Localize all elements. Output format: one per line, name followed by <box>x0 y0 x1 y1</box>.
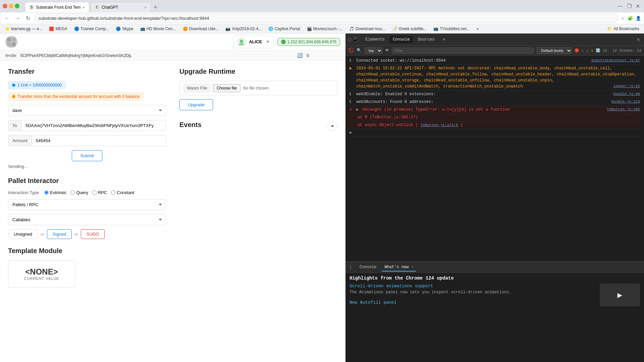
console-filter-input[interactable] <box>392 48 534 54</box>
devtools-cursor-icon[interactable]: ⬚ <box>348 37 351 42</box>
to-input[interactable] <box>21 120 166 131</box>
alice-badge: ALICE ✕ <box>233 36 273 48</box>
whats-new-close-button[interactable]: × <box>411 265 414 269</box>
log-at-m-text: at M (TxButton.js:105:27) <box>358 115 418 120</box>
log-expand-triangle[interactable]: ▶ <box>350 65 355 71</box>
bookmark-greek[interactable]: 📝 Greek subtitle... <box>390 26 429 32</box>
upgrade-title: Upgrade Runtime <box>179 68 337 75</box>
profile-icon[interactable]: 👤 <box>636 16 641 21</box>
tab-chatgpt-close-icon[interactable]: × <box>144 5 146 9</box>
submit-button[interactable]: Submit <box>72 150 102 161</box>
choose-file-button[interactable]: Choose file <box>213 84 240 92</box>
bookmark-mega[interactable]: 🟥 MEGA <box>47 26 69 32</box>
log-warning-api: ▶ 2024-05-01 16:02:22 API/INIT: RPC meth… <box>348 65 641 90</box>
alice-avatar <box>237 37 246 47</box>
close-window-button[interactable] <box>3 4 7 8</box>
context-selector[interactable]: top <box>364 47 382 54</box>
bookmark-music[interactable]: 🎵 Download mus... <box>347 26 387 32</box>
upgrade-button[interactable]: Upgrade <box>179 99 213 110</box>
callables-select[interactable]: Callables <box>8 214 166 225</box>
log-txbutton-105-link[interactable]: TxButton.js:105 <box>607 107 640 112</box>
eye-icon[interactable]: 👁 <box>385 48 389 53</box>
devtools-tab-elements[interactable]: Elements <box>362 36 388 43</box>
bookmark-hdmovie[interactable]: 📺 HD Movie Cen... <box>138 26 178 32</box>
signed-button[interactable]: Signed <box>47 229 72 239</box>
forward-button[interactable]: → <box>14 14 22 22</box>
unsigned-button[interactable]: Unsigned <box>8 229 38 239</box>
back-button[interactable]: ← <box>3 14 11 22</box>
log-error-at-m: at M (TxButton.js:105:27) <box>348 114 641 121</box>
refresh-button[interactable]: ↻ <box>24 14 32 22</box>
amount-input[interactable] <box>32 135 166 146</box>
transfer-title: Transfer <box>8 68 166 75</box>
devtools-phone-icon[interactable]: 📱 <box>352 37 358 42</box>
log-info-icon-3: ℹ <box>350 99 355 105</box>
log-expand-arrow[interactable]: ▶ <box>350 130 352 136</box>
log-web3enable-content: web3Enable: Enabled 0 extensions: bundle… <box>356 91 640 97</box>
amount-label: Amount <box>8 135 32 146</box>
scroll-animations-link[interactable]: Scroll-driven animations support <box>350 284 433 289</box>
bookmark-trainee[interactable]: 🔵 Trainee Comp... <box>72 26 111 32</box>
query-label: Query <box>76 190 88 195</box>
bookmark-more[interactable]: » <box>475 26 481 32</box>
devtools-tab-more[interactable]: » <box>439 36 448 43</box>
radio-rpc[interactable]: RPC <box>92 190 107 195</box>
bookmark-captive[interactable]: 🌐 Captive Portal <box>266 26 302 32</box>
close-btn[interactable]: ✕ <box>634 2 641 10</box>
radio-query[interactable]: Query <box>70 190 88 195</box>
events-header: Events <box>179 121 337 134</box>
filter-icon[interactable]: 🔍 <box>357 48 362 53</box>
bottom-options-icon[interactable]: ⋮ <box>348 264 353 270</box>
extensions-icon[interactable]: 🧩 <box>628 16 633 21</box>
devtools-bottom-tabs: ⋮ Console What's new × <box>345 262 644 273</box>
bookmark-all[interactable]: 📁 All Bookmarks <box>605 26 641 32</box>
log-logger-link[interactable]: logger.js:62 <box>613 83 640 89</box>
from-select[interactable]: dave <box>8 105 166 116</box>
tab-close-icon[interactable]: × <box>83 5 85 9</box>
sudo-button[interactable]: SUDO <box>81 229 105 239</box>
pallet-interactor-section: Pallet Interactor Interaction Type Extri… <box>8 177 166 239</box>
radio-constant[interactable]: Constant <box>111 190 134 195</box>
maximize-window-button[interactable] <box>15 4 19 8</box>
log-triangle: ▶ <box>348 129 641 137</box>
log-substrate-context-link[interactable]: SubstrateContext.js:67 <box>591 58 640 63</box>
bookmark-xnip[interactable]: 📷 Xnip2018-02-4... <box>223 26 264 32</box>
alice-close-button[interactable]: ✕ <box>266 39 270 44</box>
new-tab-button[interactable]: + <box>151 3 160 12</box>
tab-chatgpt[interactable]: C ChatGPT × <box>91 2 151 12</box>
ferdie-copy-icon[interactable]: 🔄 <box>297 53 303 58</box>
log-levels-select[interactable]: Default levels <box>537 47 572 54</box>
pallets-select[interactable]: Pallets / RPC <box>8 199 166 210</box>
minimize-btn[interactable]: — <box>616 2 624 10</box>
devtools-tab-sources[interactable]: Sources <box>414 36 438 43</box>
ferdie-value: 0 <box>307 53 340 58</box>
bookmark-learnew[interactable]: ⭐ learnew.gg — e... <box>3 26 44 32</box>
autofill-panel-link[interactable]: New Autofill panel <box>350 300 396 305</box>
log-bundle-88-link[interactable]: bundle.js:88 <box>613 91 640 97</box>
scroll-top-button[interactable] <box>327 121 337 131</box>
minimize-window-button[interactable] <box>9 4 13 8</box>
log-warning-timestamp: 2024-05-01 16:02:22 <box>356 66 405 71</box>
svg-point-4 <box>240 40 243 43</box>
bookmark-skype[interactable]: 🔵 Skype <box>114 26 135 32</box>
devtools-close-button[interactable]: ✕ <box>635 36 641 43</box>
tab-chatgpt-label: ChatGPT <box>102 5 118 10</box>
warning-text: Transfer more than the existential amoun… <box>17 94 140 99</box>
devtools-tab-console[interactable]: Console <box>389 36 413 43</box>
log-error-expand[interactable]: ▶ <box>356 107 359 112</box>
from-group: dave <box>8 105 166 116</box>
video-thumbnail[interactable]: ▶ <box>600 284 640 306</box>
bottom-tab-whats-new[interactable]: What's new × <box>382 263 416 272</box>
restore-btn[interactable]: ❐ <box>626 2 633 10</box>
bookmark-tv[interactable]: 📺 TVsubtitles.net... <box>431 26 472 32</box>
log-bundle-124-link[interactable]: bundle.js:124 <box>611 99 640 105</box>
tab-substrate[interactable]: S Substrate Front End Tem × <box>25 2 89 12</box>
log-txbutton-174-link[interactable]: TxButton.js:174:5 <box>420 123 458 127</box>
bookmark-movies[interactable]: 🎬 Moviescouch -... <box>305 26 344 32</box>
bookmark-star-icon[interactable]: ☆ <box>621 16 625 21</box>
clear-console-icon[interactable]: 🚫 <box>348 48 354 53</box>
bookmark-udemy[interactable]: 🟠 Download Ude... <box>181 26 221 32</box>
bottom-tab-console[interactable]: Console <box>357 263 379 272</box>
radio-extrinsic[interactable]: Extrinsic <box>44 190 66 195</box>
url-bar[interactable]: substrate-developer-hub.github.io/substr… <box>34 13 618 23</box>
